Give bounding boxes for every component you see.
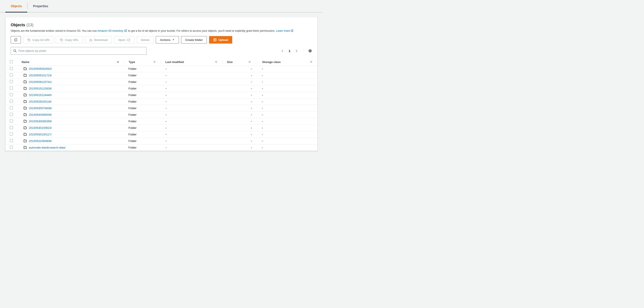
tab-objects-label: Objects [11,4,22,8]
objects-table: Name Type Last modified Size Storage cla… [6,59,318,151]
tab-objects[interactable]: Objects [5,0,27,12]
tab-properties[interactable]: Properties [28,0,54,12]
pagination-divider [304,48,304,54]
table-row: 20230530085009/Folder--- [6,111,318,118]
filter-icon[interactable] [215,61,218,63]
row-last-modified: - [161,111,222,118]
object-name-link[interactable]: 20230531064908/ [29,139,52,143]
learn-more-link[interactable]: Learn more [276,29,294,32]
object-name-link[interactable]: 20230515124440/ [29,93,52,97]
filter-icon[interactable] [153,61,156,63]
objects-card: Objects(13) Objects are the fundamental … [5,17,318,151]
open-button[interactable]: Open [114,36,134,44]
row-checkbox[interactable] [10,67,13,70]
row-storage-class: - [256,111,318,118]
row-type: Folder [124,92,161,98]
object-name-link[interactable]: 20230530085359/ [29,120,52,123]
download-label: Download [94,38,108,42]
open-external-icon [127,38,130,42]
column-header-name[interactable]: Name [17,59,124,65]
row-checkbox-cell [6,98,17,105]
filter-icon[interactable] [248,61,251,63]
row-checkbox[interactable] [10,100,13,103]
row-last-modified: - [161,85,222,92]
folder-icon [23,80,27,84]
filter-icon[interactable] [310,61,312,63]
folder-icon [23,139,27,143]
current-page-number[interactable]: 1 [288,49,290,53]
preferences-gear-icon[interactable] [308,49,312,53]
row-size: - [222,118,256,124]
external-link-icon [291,29,294,32]
row-checkbox[interactable] [10,106,13,109]
row-last-modified: - [161,131,222,137]
row-storage-class: - [256,144,318,151]
row-checkbox[interactable] [10,93,13,96]
object-name-link[interactable]: 20230530100623/ [29,126,52,129]
object-name-link[interactable]: 20230530085009/ [29,113,52,116]
refresh-button[interactable] [11,36,21,44]
row-checkbox[interactable] [10,119,13,122]
object-name-link[interactable]: 20230515122628/ [29,87,52,90]
row-size: - [222,92,256,98]
table-row: 20230530074838/Folder--- [6,105,318,111]
row-name-cell: 20230531064908/ [17,137,124,144]
object-name-link[interactable]: 20230530074838/ [29,106,52,110]
delete-button[interactable]: Delete [137,36,154,44]
next-page-button[interactable] [294,48,299,54]
row-name-cell: 20230530100623/ [17,124,124,131]
actions-dropdown-button[interactable]: Actions [156,36,179,44]
row-checkbox[interactable] [10,139,13,142]
row-checkbox[interactable] [10,80,13,83]
table-row: 20230515124440/Folder--- [6,92,318,98]
row-checkbox[interactable] [10,126,13,129]
table-row: 20230515122628/Folder--- [6,85,318,92]
find-objects-input[interactable] [11,47,146,55]
row-checkbox[interactable] [10,74,13,77]
object-name-link[interactable]: 20230508120741/ [29,80,52,84]
row-type: Folder [124,65,161,72]
row-checkbox[interactable] [10,132,13,136]
row-last-modified: - [161,137,222,144]
row-last-modified: - [161,124,222,131]
copy-s3-uri-button[interactable]: Copy S3 URI [23,36,54,44]
create-folder-label: Create folder [185,38,203,42]
table-header-row: Name Type Last modified Size Storage cla… [6,59,318,65]
copy-url-button[interactable]: Copy URL [56,36,83,44]
amazon-s3-inventory-link[interactable]: Amazon S3 inventory [98,29,127,32]
row-name-cell: 20230530085009/ [17,111,124,118]
row-storage-class: - [256,118,318,124]
row-checkbox[interactable] [10,113,13,116]
upload-button[interactable]: Upload [209,36,232,44]
row-size: - [222,105,256,111]
object-name-link[interactable]: 20230505101723/ [29,74,52,77]
row-type: Folder [124,85,161,92]
select-all-checkbox[interactable] [10,60,13,63]
table-row: 20230508120741/Folder--- [6,79,318,85]
row-checkbox[interactable] [10,87,13,90]
column-header-storage-class[interactable]: Storage class [256,59,318,65]
object-name-link[interactable]: 20230505082552/ [29,67,52,70]
previous-page-button[interactable] [280,48,285,54]
column-header-size[interactable]: Size [222,59,256,65]
object-name-link[interactable]: automate-elasticsearch-data/ [29,146,66,149]
row-checkbox[interactable] [10,146,13,149]
folder-icon [23,67,27,70]
description-pre: Objects are the fundamental entities sto… [11,29,97,32]
column-header-last-modified[interactable]: Last modified [161,59,222,65]
download-button[interactable]: Download [85,36,112,44]
sort-ascending-icon[interactable] [117,61,119,63]
create-folder-button[interactable]: Create folder [181,36,207,44]
row-storage-class: - [256,85,318,92]
object-name-link[interactable]: 20230530230117/ [29,133,52,136]
row-size: - [222,131,256,137]
row-size: - [222,85,256,92]
row-name-cell: 20230505101723/ [17,72,124,79]
object-name-link[interactable]: 20230529230118/ [29,100,52,103]
s3-objects-page: Objects Properties Objects(13) Objects a… [0,0,322,154]
table-row: 20230531064908/Folder--- [6,137,318,144]
row-checkbox-cell [6,85,17,92]
column-header-type[interactable]: Type [124,59,161,65]
utility-row: 1 [11,47,312,55]
row-type: Folder [124,105,161,111]
